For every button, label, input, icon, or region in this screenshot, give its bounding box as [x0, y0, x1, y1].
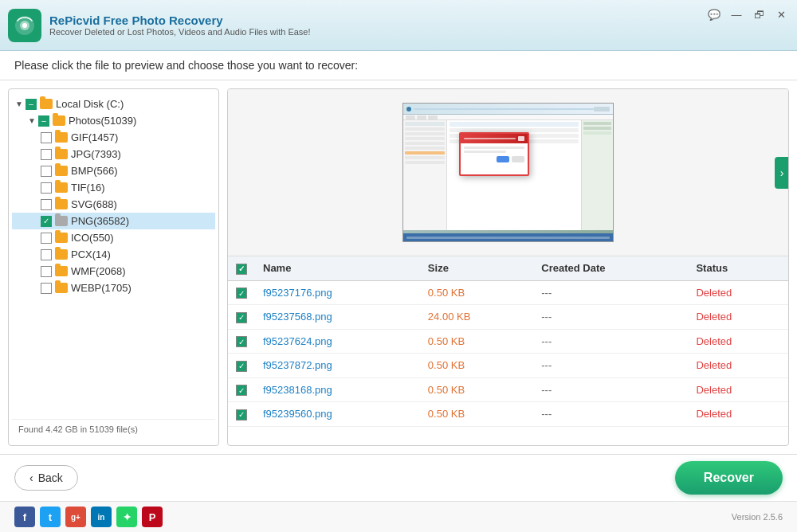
facebook-icon[interactable]: f [14, 507, 35, 527]
table-header-created-date: Created Date [533, 256, 688, 280]
tree-label-pcx: PCX(14) [71, 248, 111, 260]
file-date-0: --- [533, 280, 688, 305]
tree-checkbox-pcx[interactable] [41, 249, 52, 260]
file-status-0: Deleted [688, 280, 788, 305]
file-date-3: --- [533, 354, 688, 378]
tree-item-jpg[interactable]: JPG(7393) [12, 146, 215, 162]
row-checkbox-cell[interactable]: ✓ [228, 329, 255, 354]
social-icons-group: f t g+ in ✦ P [14, 507, 163, 527]
table-row[interactable]: ✓ f95239560.png 0.50 KB --- Deleted [228, 402, 788, 427]
tree-item-svg[interactable]: SVG(688) [12, 196, 215, 213]
tree-label-wmf: WMF(2068) [71, 265, 126, 277]
tree-checkbox-svg[interactable] [41, 199, 52, 210]
tree-item-wmf[interactable]: WMF(2068) [12, 263, 215, 280]
tree-item-tif[interactable]: TIF(16) [12, 179, 215, 196]
row-checkbox-cell[interactable]: ✓ [228, 354, 255, 378]
app-title: RePicvid Free Photo Recovery [49, 14, 789, 27]
tree-label-photos: Photos(51039) [69, 115, 136, 127]
tree-arrow-local-disk: ▼ [15, 100, 23, 108]
row-checkbox-5[interactable]: ✓ [236, 409, 247, 421]
instruction-text: Please click the file to preview and cho… [14, 59, 358, 72]
tree-arrow-photos: ▼ [28, 116, 36, 125]
row-checkbox-cell[interactable]: ✓ [228, 402, 255, 427]
file-status-4: Deleted [688, 377, 788, 402]
file-name-0: f95237176.png [255, 280, 420, 305]
tree-checkbox-png[interactable]: ✓ [41, 216, 52, 227]
table-row[interactable]: ✓ f95237568.png 24.00 KB --- Deleted [228, 305, 788, 330]
whatsapp-icon[interactable]: ✦ [116, 507, 137, 527]
file-date-5: --- [533, 402, 688, 427]
restore-button[interactable]: 🗗 [749, 6, 768, 22]
app-subtitle: Recover Deleted or Lost Photos, Videos a… [49, 27, 789, 37]
twitter-icon[interactable]: t [40, 507, 61, 527]
file-tree-panel: ▼ – Local Disk (C:) ▼ – Photos(51039) GI… [8, 88, 219, 446]
tree-checkbox-wmf[interactable] [41, 266, 52, 277]
linkedin-icon[interactable]: in [91, 507, 112, 527]
file-size-2: 0.50 KB [420, 329, 533, 354]
tree-item-ico[interactable]: ICO(550) [12, 229, 215, 246]
tree-checkbox-photos[interactable]: – [38, 115, 49, 127]
row-checkbox-2[interactable]: ✓ [236, 336, 247, 347]
tree-item-webp[interactable]: WEBP(1705) [12, 280, 215, 296]
right-panel: › ✓ Name Size Created Date Status [227, 88, 789, 446]
scroll-right-arrow[interactable]: › [775, 157, 789, 189]
tree-checkbox-ico[interactable] [41, 233, 52, 244]
preview-image [402, 103, 614, 242]
tree-checkbox-local-disk[interactable]: – [26, 99, 37, 110]
table-row[interactable]: ✓ f95237624.png 0.50 KB --- Deleted [228, 329, 788, 354]
tree-item-gif[interactable]: GIF(1457) [12, 129, 215, 146]
tree-label-bmp: BMP(566) [71, 165, 118, 177]
file-status-3: Deleted [688, 354, 788, 378]
table-header-checkbox[interactable]: ✓ [228, 256, 255, 280]
tree-item-photos[interactable]: ▼ – Photos(51039) [12, 112, 215, 129]
file-date-2: --- [533, 329, 688, 354]
file-size-1: 24.00 KB [420, 305, 533, 330]
table-header-size: Size [420, 256, 533, 280]
file-name-2: f95237624.png [255, 329, 420, 354]
row-checkbox-cell[interactable]: ✓ [228, 305, 255, 330]
row-checkbox-cell[interactable]: ✓ [228, 377, 255, 402]
preview-area: › [228, 89, 788, 256]
tree-item-local-disk[interactable]: ▼ – Local Disk (C:) [12, 96, 215, 112]
file-name-1: f95237568.png [255, 305, 420, 330]
tree-label-jpg: JPG(7393) [71, 148, 121, 160]
recover-button[interactable]: Recover [675, 461, 783, 495]
close-button[interactable]: ✕ [771, 6, 791, 22]
folder-icon-bmp [55, 166, 68, 176]
googleplus-icon[interactable]: g+ [65, 507, 86, 527]
select-all-checkbox[interactable]: ✓ [236, 264, 247, 275]
tree-item-png[interactable]: ✓ PNG(36582) [12, 213, 215, 229]
table-row[interactable]: ✓ f95237872.png 0.50 KB --- Deleted [228, 354, 788, 378]
tree-checkbox-jpg[interactable] [41, 149, 52, 160]
feedback-button[interactable]: 💬 [705, 6, 724, 22]
minimize-button[interactable]: — [727, 6, 746, 22]
tree-item-bmp[interactable]: BMP(566) [12, 162, 215, 179]
table-header-name: Name [255, 256, 420, 280]
file-status-1: Deleted [688, 305, 788, 330]
tree-checkbox-bmp[interactable] [41, 166, 52, 177]
table-row[interactable]: ✓ f95237176.png 0.50 KB --- Deleted [228, 280, 788, 305]
row-checkbox-0[interactable]: ✓ [236, 288, 247, 299]
pinterest-icon[interactable]: P [142, 507, 163, 527]
table-row[interactable]: ✓ f95238168.png 0.50 KB --- Deleted [228, 377, 788, 402]
folder-icon-tif [55, 182, 68, 193]
file-date-1: --- [533, 305, 688, 330]
folder-icon-webp [55, 283, 68, 293]
file-name-3: f95237872.png [255, 354, 420, 378]
tree-item-pcx[interactable]: PCX(14) [12, 246, 215, 263]
file-size-3: 0.50 KB [420, 354, 533, 378]
tree-checkbox-tif[interactable] [41, 182, 52, 194]
file-name-5: f95239560.png [255, 402, 420, 427]
row-checkbox-3[interactable]: ✓ [236, 361, 247, 372]
bottom-bar: ‹ Back Recover [0, 454, 797, 501]
tree-label-local-disk: Local Disk (C:) [56, 98, 124, 110]
row-checkbox-cell[interactable]: ✓ [228, 280, 255, 305]
back-button[interactable]: ‹ Back [14, 465, 78, 491]
file-size-0: 0.50 KB [420, 280, 533, 305]
tree-checkbox-gif[interactable] [41, 132, 52, 143]
social-bar: f t g+ in ✦ P Version 2.5.6 [0, 501, 797, 532]
file-table: ✓ Name Size Created Date Status ✓ f95237… [228, 256, 788, 445]
tree-checkbox-webp[interactable] [41, 283, 52, 294]
row-checkbox-1[interactable]: ✓ [236, 312, 247, 323]
row-checkbox-4[interactable]: ✓ [236, 385, 247, 396]
